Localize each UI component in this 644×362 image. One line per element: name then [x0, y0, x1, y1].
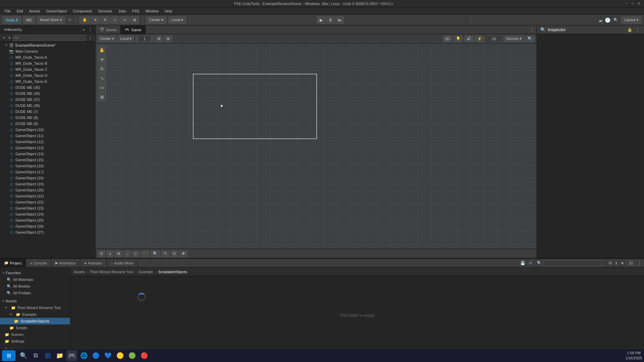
audio-toggle[interactable]: 🔊 — [464, 36, 474, 42]
hierarchy-item-3[interactable]: ⬡ MR_Dude_Tacos D — [0, 72, 95, 78]
settings-item[interactable]: 📁 Settings — [0, 338, 70, 345]
move-tool[interactable]: ✛ — [91, 16, 100, 24]
menu-component[interactable]: Component — [70, 8, 95, 14]
hierarchy-item-9[interactable]: ⬡ DUDE ME (7) — [0, 109, 95, 115]
scene-rotate-tool[interactable]: ↻ — [98, 64, 106, 73]
hierarchy-options-btn[interactable]: ⋮ — [87, 36, 93, 40]
hierarchy-item-4[interactable]: ⬡ MR_Dude_Tacos E — [0, 78, 95, 84]
taskbar-edge[interactable]: 🌐 — [78, 350, 89, 361]
hierarchy-item-23[interactable]: ⬡ GameObject (21) — [0, 193, 95, 199]
layer-number-input[interactable] — [138, 36, 151, 42]
bottom-star-btn[interactable]: ★ — [620, 261, 625, 265]
taskbar-app1[interactable]: 🟡 — [115, 350, 125, 361]
taskbar-explorer[interactable]: 📁 — [54, 350, 65, 361]
hierarchy-item-6[interactable]: ⬡ DUDE ME (36) — [0, 90, 95, 97]
local-dropdown[interactable]: Local ▾ — [118, 36, 134, 42]
3d-toggle[interactable]: 3D — [443, 36, 452, 42]
bottom-settings-btn[interactable]: ⚙ — [607, 261, 613, 265]
hierarchy-add-button[interactable]: + — [82, 27, 86, 32]
taskbar-vscode[interactable]: 💙 — [103, 350, 113, 361]
all-prefabs-item[interactable]: 🔍 All Prefabs — [0, 290, 70, 296]
menu-jobs[interactable]: Jobs — [116, 8, 129, 14]
pivot-local-button[interactable]: Local ▾ — [168, 16, 186, 24]
hierarchy-item-24[interactable]: ⬡ GameObject (22) — [0, 199, 95, 205]
taskbar-chrome[interactable]: 🔵 — [91, 350, 101, 361]
scriptable-objects-item[interactable]: 📂 ScriptableObjects — [0, 318, 70, 324]
tab-animator[interactable]: ● Animator — [80, 259, 107, 267]
scene-rect-tool[interactable]: ▭ — [98, 83, 106, 92]
breadcrumb-assets[interactable]: Assets — [74, 270, 85, 274]
scenes-item[interactable]: 📁 Scenes — [0, 331, 70, 338]
layer-num-input[interactable] — [486, 36, 502, 42]
inspector-menu-btn[interactable]: ⋮ — [635, 27, 641, 32]
scene-bottom-btn3[interactable]: ⊞ — [115, 250, 122, 257]
scripts-item[interactable]: 📁 Scripts — [0, 324, 70, 331]
hierarchy-tab[interactable]: ≡ Hierarchy — [0, 25, 26, 34]
gizmos-btn[interactable]: Gizmos ▾ — [504, 36, 524, 42]
hand-tool[interactable]: ✋ — [79, 16, 90, 24]
scene-bottom-btn9[interactable]: ⊡ — [170, 250, 178, 257]
all-models-item[interactable]: 🔍 All Models — [0, 283, 70, 290]
hierarchy-item-5[interactable]: ⬡ DUDE ME (35) — [0, 84, 95, 90]
hierarchy-item-14[interactable]: ⬡ GameObject (12) — [0, 139, 95, 145]
close-button[interactable]: ✕ — [637, 1, 641, 6]
hierarchy-search-input[interactable] — [13, 35, 86, 41]
hierarchy-item-1[interactable]: ⬡ MR_Dude_Tacos B — [0, 60, 95, 66]
pause-button[interactable]: ⏸ — [326, 16, 335, 24]
bottom-refresh-btn[interactable]: ↺ — [528, 261, 533, 265]
project-search-input[interactable] — [543, 260, 603, 266]
start-button[interactable]: ⊞ — [2, 350, 15, 361]
scene-transform-tool[interactable]: ⊞ — [98, 93, 106, 101]
taskbar-app2[interactable]: 🟢 — [127, 350, 138, 361]
step-button[interactable]: ⏭ — [335, 16, 344, 24]
vis-btn[interactable]: 👁 — [164, 36, 172, 42]
light-toggle[interactable]: 💡 — [453, 36, 463, 42]
menu-assets[interactable]: Assets — [26, 8, 43, 14]
scene-bottom-btn10[interactable]: ❖ — [179, 250, 187, 257]
hierarchy-item-16[interactable]: ⬡ GameObject (14) — [0, 151, 95, 157]
rotate-tool[interactable]: ↻ — [101, 16, 110, 24]
minimize-button[interactable]: ─ — [625, 1, 629, 6]
hierarchy-item-28[interactable]: ⬡ GameObject (26) — [0, 223, 95, 229]
unity6-logo[interactable]: Unity 6 — [3, 16, 21, 24]
fx-toggle[interactable]: ⚡ — [475, 36, 484, 42]
menu-help[interactable]: Help — [162, 8, 175, 14]
hierarchy-item-25[interactable]: ⬡ GameObject (23) — [0, 205, 95, 211]
hierarchy-item-8[interactable]: ⬡ DUDE ME (38) — [0, 103, 95, 109]
tab-console[interactable]: ≡ Console — [26, 259, 51, 267]
hierarchy-item-26[interactable]: ⬡ GameObject (24) — [0, 211, 95, 217]
all-materials-item[interactable]: 🔍 All Materials — [0, 276, 70, 283]
hierarchy-item-29[interactable]: ⬡ GameObject (27) — [0, 229, 95, 235]
hierarchy-item-0[interactable]: ⬡ MR_Dude_Tacos A — [0, 54, 95, 60]
game-tab[interactable]: 🎮 Game — [121, 25, 146, 34]
favorites-header[interactable]: ▼ Favorites — [0, 269, 70, 276]
assets-header[interactable]: ▼ Assets — [0, 298, 70, 304]
scene-scale-tool[interactable]: ⤡ — [98, 74, 106, 82]
grid-btn[interactable]: ⊞ — [155, 36, 163, 42]
account-button[interactable]: MD — [23, 16, 35, 24]
hierarchy-item-15[interactable]: ⬡ GameObject (13) — [0, 145, 95, 151]
scene-root-item[interactable]: ▼ 🎬 ExampleRenameScene* — [0, 42, 95, 48]
breadcrumb-pixel-wizard[interactable]: Pixel Wizard Rename Tool — [90, 270, 133, 274]
taskbar-taskview[interactable]: ⧉ — [30, 350, 41, 361]
scene-bottom-btn2[interactable]: ≡ — [107, 250, 113, 257]
bottom-save-btn[interactable]: 💾 — [519, 261, 526, 265]
hierarchy-item-18[interactable]: ⬡ GameObject (16) — [0, 163, 95, 169]
menu-file[interactable]: File — [2, 8, 13, 14]
hierarchy-item-22[interactable]: ⬡ GameObject (20) — [0, 187, 95, 193]
taskbar-windows[interactable]: ⊞ — [42, 350, 53, 361]
menu-pxe[interactable]: PXE — [129, 8, 142, 14]
scene-hand-tool[interactable]: ✋ — [98, 46, 106, 54]
scene-bottom-btn1[interactable]: ⊡ — [98, 250, 105, 257]
transform-tool[interactable]: ⊞ — [130, 16, 139, 24]
hierarchy-item-12[interactable]: ⬡ GameObject (10) — [0, 127, 95, 133]
pivot-center-button[interactable]: Center ▾ — [146, 16, 166, 24]
hierarchy-item-19[interactable]: ⬡ GameObject (17) — [0, 169, 95, 175]
hierarchy-item-7[interactable]: ⬡ DUDE ME (37) — [0, 97, 95, 103]
scene-bottom-btn7[interactable]: 🔍 — [151, 250, 160, 257]
scene-bottom-btn4[interactable]: ○ — [124, 250, 131, 257]
hierarchy-menu-button[interactable]: ⋮ — [87, 27, 93, 32]
taskbar-search[interactable]: 🔍 — [18, 350, 29, 361]
hierarchy-item-13[interactable]: ⬡ GameObject (11) — [0, 133, 95, 139]
menu-window[interactable]: Window — [143, 8, 161, 14]
